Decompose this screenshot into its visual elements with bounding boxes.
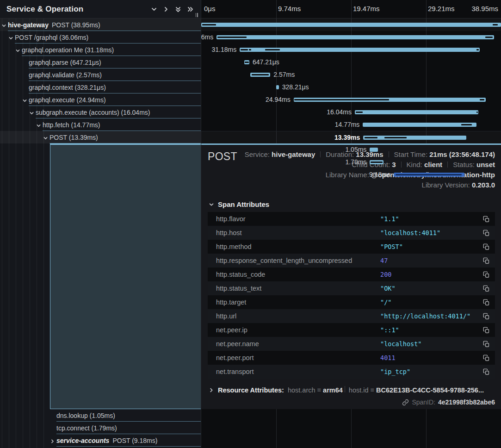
operation-name: graphql.operation Me (31.18ms)	[22, 46, 114, 54]
span-duration-label: 24.94ms	[266, 93, 291, 106]
chevron-down-icon[interactable]	[43, 135, 48, 142]
copy-icon[interactable]	[481, 353, 491, 363]
child-span-mark	[202, 24, 216, 25]
attribute-value: "1.1"	[380, 215, 481, 223]
copy-icon[interactable]	[481, 242, 491, 252]
tree-header-title: Service & Operation	[6, 5, 148, 14]
operation-name: POST (38.95ms)	[52, 21, 100, 29]
attribute-value: 200	[380, 271, 481, 278]
span-detail-panel: POST Service: hive-gatewayDuration: 13.3…	[201, 143, 501, 409]
span-bar[interactable]	[294, 98, 486, 102]
tree-row[interactable]: hive-gatewayPOST (38.95ms)	[0, 19, 201, 31]
child-span-mark	[476, 112, 478, 113]
copy-icon[interactable]	[481, 367, 491, 377]
timeline-row: 328.21μs	[201, 81, 501, 93]
copy-icon[interactable]	[481, 283, 491, 293]
operation-name: POST (13.39ms)	[49, 134, 98, 141]
span-bar[interactable]	[370, 148, 377, 152]
child-span-mark	[241, 49, 248, 50]
attribute-row: http.host"localhost:4011"	[208, 226, 495, 240]
copy-icon[interactable]	[481, 269, 491, 280]
span-attributes-header[interactable]: Span Attributes	[209, 200, 495, 208]
collapse-all-icon[interactable]	[172, 3, 184, 15]
span-bar[interactable]	[276, 85, 278, 89]
attribute-value: "http://localhost:4011/"	[380, 312, 481, 320]
child-span-mark	[396, 174, 462, 175]
span-duration-label: 2.57ms	[273, 68, 295, 81]
timeline-row: 31.18ms	[201, 44, 501, 56]
timeline-row: 24.94ms	[201, 93, 501, 106]
attribute-key: http.status_code	[216, 271, 380, 278]
tree-row[interactable]: POST (13.39ms)	[0, 131, 201, 143]
tree-header: Service & Operation	[0, 0, 201, 19]
attribute-row: net.peer.ip"::1"	[208, 323, 495, 337]
span-bar[interactable]	[363, 123, 476, 127]
resource-attributes-title: Resource Attributes:	[218, 386, 284, 394]
chevron-down-icon[interactable]	[22, 97, 27, 105]
operation-name: graphql.context (328.21μs)	[29, 84, 106, 91]
tree-row[interactable]: graphql.execute (24.94ms)	[0, 93, 201, 106]
selected-span-detail-fill	[50, 143, 201, 409]
attribute-key: http.host	[216, 229, 380, 236]
attribute-value: "localhost:4011"	[380, 229, 481, 236]
tree-row[interactable]: graphql.validate (2.57ms)	[0, 68, 201, 81]
span-attributes-title: Span Attributes	[218, 200, 269, 208]
chevron-down-icon[interactable]	[8, 35, 13, 42]
span-bar[interactable]	[201, 23, 501, 27]
attribute-key: http.status_text	[216, 285, 380, 292]
chevron-down-icon[interactable]	[36, 122, 41, 130]
tree-row[interactable]: dns.lookup (1.05ms)	[0, 409, 201, 422]
attribute-row: http.url"http://localhost:4011/"	[208, 309, 495, 323]
span-bar[interactable]	[244, 60, 249, 64]
span-bar[interactable]	[240, 48, 480, 52]
timeline-rows-bottom: 1.05ms1.79ms9.18ms	[201, 143, 501, 181]
span-bar[interactable]	[216, 35, 494, 39]
attribute-value: 4011	[380, 354, 481, 361]
span-bar[interactable]	[363, 136, 466, 140]
operation-name: graphql.parse (647.21μs)	[29, 59, 101, 66]
copy-icon[interactable]	[481, 228, 491, 238]
chevron-down-icon[interactable]	[15, 47, 20, 55]
timeline-row	[201, 19, 501, 31]
copy-icon[interactable]	[481, 339, 491, 349]
child-span-mark	[265, 49, 280, 50]
copy-icon[interactable]	[481, 255, 491, 266]
chevron-right-icon[interactable]	[50, 438, 55, 445]
attribute-value: "OK"	[380, 285, 481, 292]
span-duration-label: 31.18ms	[211, 44, 236, 56]
attribute-row: http.status_text"OK"	[208, 281, 495, 295]
tree-row[interactable]: POST /graphql (36.06ms)	[0, 31, 201, 44]
tree-row[interactable]: tcp.connect (1.79ms)	[0, 422, 201, 434]
chevron-down-icon[interactable]	[29, 110, 34, 117]
span-bar[interactable]	[394, 173, 464, 177]
column-resize-grip[interactable]	[194, 12, 199, 18]
timeline-row: 14.77ms	[201, 118, 501, 131]
expand-one-icon[interactable]	[160, 3, 172, 15]
child-span-mark	[245, 62, 248, 63]
copy-icon[interactable]	[481, 214, 491, 224]
copy-icon[interactable]	[481, 297, 491, 307]
child-span-mark	[485, 37, 493, 38]
timeline-rows-top: 36.06ms31.18ms647.21μs2.57ms328.21μs24.9…	[201, 19, 501, 143]
tree-row[interactable]: graphql.context (328.21μs)	[0, 81, 201, 93]
tree-row[interactable]: subgraph.execute (accounts) (16.04ms)	[0, 106, 201, 118]
operation-name: POST (9.18ms)	[112, 437, 157, 444]
tree-row[interactable]: graphql.parse (647.21μs)	[0, 56, 201, 68]
copy-icon[interactable]	[481, 325, 491, 335]
tree-row[interactable]: graphql.operation Me (31.18ms)	[0, 44, 201, 56]
tree-row[interactable]: http.fetch (14.77ms)	[0, 118, 201, 131]
collapse-one-icon[interactable]	[148, 3, 160, 15]
span-duration-label: 16.04ms	[327, 106, 352, 118]
span-bar[interactable]	[370, 160, 383, 164]
attribute-key: http.target	[216, 299, 380, 306]
span-duration-label: 1.79ms	[345, 156, 366, 168]
span-bar[interactable]	[355, 110, 478, 114]
chevron-down-icon[interactable]	[1, 22, 6, 30]
ruler-tick: 38.95ms	[471, 5, 498, 12]
span-bar[interactable]	[250, 73, 270, 77]
resource-attributes-row[interactable]: Resource Attributes: host.arch = arm64 h…	[209, 386, 495, 394]
copy-icon[interactable]	[481, 311, 491, 321]
tree-row[interactable]: service-accountsPOST (9.18ms)	[0, 434, 201, 447]
child-span-mark	[371, 162, 383, 163]
attribute-key: http.method	[216, 243, 380, 250]
